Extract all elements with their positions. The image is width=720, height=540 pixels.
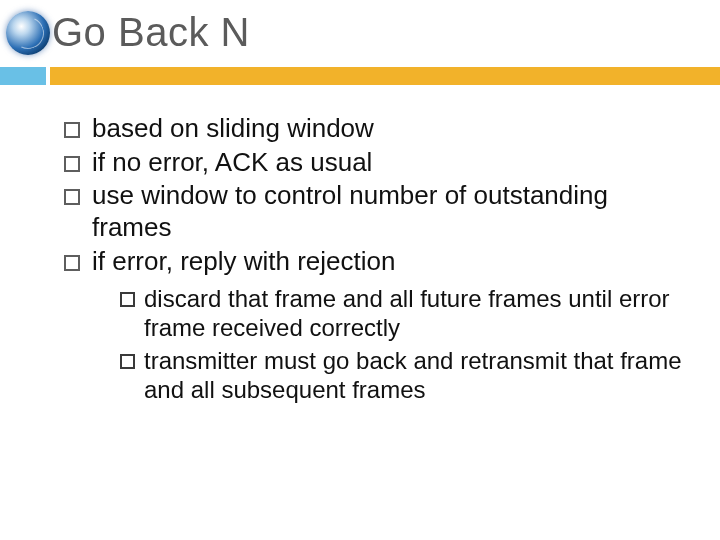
slide-title: Go Back N [52,10,250,55]
sub-list: discard that frame and all future frames… [92,284,682,405]
list-item-text: transmitter must go back and retransmit … [144,347,682,403]
accent-block-blue [0,67,46,85]
list-item-text: if no error, ACK as usual [92,147,372,177]
slide-body: based on sliding window if no error, ACK… [0,85,720,405]
list-item: based on sliding window [64,113,682,145]
list-item-text: use window to control number of outstand… [92,180,608,242]
list-item: if no error, ACK as usual [64,147,682,179]
list-item: discard that frame and all future frames… [120,284,682,343]
list-item: if error, reply with rejection discard t… [64,246,682,405]
accent-block-orange [50,67,720,85]
list-item-text: based on sliding window [92,113,374,143]
list-item: use window to control number of outstand… [64,180,682,243]
list-item-text: if error, reply with rejection [92,246,395,276]
slide-header: Go Back N [0,0,720,55]
main-list: based on sliding window if no error, ACK… [64,113,682,405]
globe-icon [6,11,50,55]
list-item-text: discard that frame and all future frames… [144,285,670,341]
slide: Go Back N based on sliding window if no … [0,0,720,540]
list-item: transmitter must go back and retransmit … [120,346,682,405]
accent-bar [0,67,720,85]
